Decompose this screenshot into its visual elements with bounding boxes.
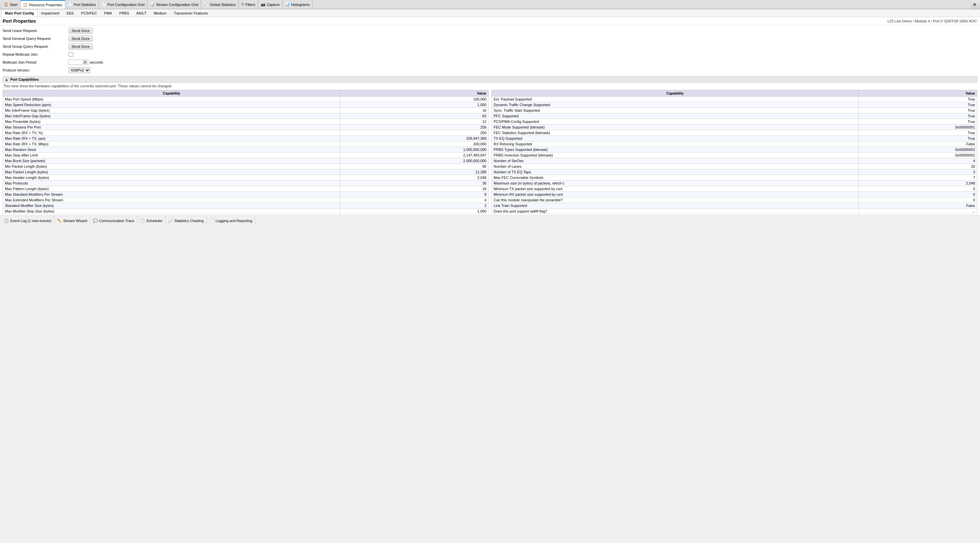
left-cap-cell: Min Packet Length (bytes) (3, 164, 340, 169)
sub-tab-transceiver-features[interactable]: Transceiver Features (170, 9, 212, 17)
tab-filters[interactable]: ▽Filters (239, 0, 258, 9)
right-cap-cell: PRBS Inversion Supported (bitmask) (492, 152, 859, 158)
table-row: Max Pattern Length (bytes)18 (3, 186, 489, 192)
close-button[interactable]: ✕ (971, 2, 979, 7)
sub-tab-medium[interactable]: Medium (150, 9, 170, 17)
multicast-join-period-input[interactable] (68, 60, 88, 65)
sub-tab-pma[interactable]: PMA (100, 9, 116, 17)
left-val-cell: 2,147,483,647 (340, 152, 489, 158)
table-row: Does this port support taillift flag?... (492, 208, 977, 214)
left-val-cell: 30 (340, 181, 489, 186)
table-row: Max Rate (RX + TX, %)200 (3, 130, 489, 136)
left-val-cell: 4 (340, 197, 489, 203)
port-path: L23 Live Demo / Module 4 / Port 0 'QSFP2… (887, 19, 977, 23)
status-label-2: Communication Trace (99, 219, 135, 223)
status-icon-3: 🕐 (140, 218, 145, 223)
send-general-query-button[interactable]: Send Once (68, 36, 93, 41)
send-general-query-label: Send General Query Request: (3, 37, 68, 41)
sub-tab-an/lt[interactable]: AN/LT (133, 9, 150, 17)
right-val-cell: 0 (859, 192, 977, 197)
status-icon-5: 📄 (209, 218, 214, 223)
left-val-cell: 12,288 (340, 169, 489, 175)
table-row: Max Packet Length (bytes)12,288 (3, 169, 489, 175)
left-val-cell: 328,947,368 (340, 136, 489, 141)
status-icon-0: 📋 (4, 218, 9, 223)
right-cap-cell: PFC Supported (492, 113, 859, 119)
sub-tab-eee[interactable]: EEE (63, 9, 78, 17)
right-cap-cell: FEC Mode Supported (bitmask) (492, 125, 859, 130)
right-cap-cell: Max FEC Correctable Symbols (492, 175, 859, 181)
scroll-area[interactable]: Send Leave Request: Send Once Send Gener… (0, 25, 980, 216)
right-cap-cell: Does this port support taillift flag? (492, 208, 859, 214)
tab-resource-properties[interactable]: 📋Resource Properties (21, 0, 65, 9)
status-label-4: Statistics Charting (175, 219, 204, 223)
repeat-multicast-label: Repeat Multicast Join: (3, 52, 68, 56)
tab-icon-8: 📊 (285, 2, 290, 6)
tab-histograms[interactable]: 📊Histograms (283, 0, 313, 9)
sub-tab-main-port-config[interactable]: Main Port Config (1, 9, 38, 17)
tab-start[interactable]: 🏠Start (1, 0, 21, 9)
tab-icon-2: 📄 (68, 2, 73, 6)
tab-port-statistics[interactable]: 📄Port Statistics (65, 0, 99, 9)
status-label-0: Event Log (1 new events) (10, 219, 51, 223)
table-row: Max Standard Modifiers Per Stream8 (3, 192, 489, 197)
repeat-multicast-checkbox[interactable] (68, 52, 73, 57)
multicast-join-period-row: Multicast Join Period: seconds (3, 58, 977, 66)
table-row: Max Header Length (bytes)2,048 (3, 175, 489, 181)
send-group-query-button[interactable]: Send Once (68, 43, 93, 49)
right-cap-cell: Number of SerDes (492, 158, 859, 164)
status-bar: 📋Event Log (1 new events)✏️Stream Wizard… (0, 216, 980, 225)
status-icon-1: ✏️ (57, 218, 62, 223)
protocol-version-select[interactable]: IGMPv1IGMPv2IGMPv3 (68, 67, 90, 73)
table-row: Max Streams Per Port256 (3, 125, 489, 130)
table-row: Sync. Traffic Start SupportedTrue (492, 108, 977, 113)
table-row: Number of TX EQ Taps3 (492, 169, 977, 175)
right-val-cell: 0x00000001 (859, 125, 977, 130)
right-cap-cell: Dynamic Traffic Change Supported (492, 102, 859, 108)
send-general-query-row: Send General Query Request: Send Once (3, 35, 977, 43)
left-val-cell: 200,000 (340, 141, 489, 147)
status-item-scheduler[interactable]: 🕐Scheduler (137, 216, 166, 225)
right-cap-cell: TX EQ Supported (492, 136, 859, 141)
left-val-cell: 256 (340, 125, 489, 130)
status-item-communication-trace[interactable]: 💬Communication Trace (90, 216, 137, 225)
status-item-event-log-(1-new-events)[interactable]: 📋Event Log (1 new events) (1, 216, 54, 225)
table-row: Minimum TX packet size supported by runt… (492, 186, 977, 192)
left-table-container: Capability Value Max Port Speed (Mbps)10… (3, 90, 489, 214)
right-val-header: Value (859, 90, 977, 97)
sub-tab-pcs/fec[interactable]: PCS/FEC (78, 9, 100, 17)
status-item-stream-wizard[interactable]: ✏️Stream Wizard (54, 216, 90, 225)
right-val-cell: True (859, 113, 977, 119)
status-item-logging-and-reporting[interactable]: 📄Logging and Reporting (207, 216, 255, 225)
tab-global-statistics[interactable]: 📈Global Statistics (201, 0, 239, 9)
repeat-multicast-row: Repeat Multicast Join: (3, 51, 977, 58)
right-cap-cell: FEC Statistics Supported (bitmask) (492, 130, 859, 136)
right-cap-cell: Sync. Traffic Start Supported (492, 108, 859, 113)
right-cap-cell: Ext. Payload Supported (492, 97, 859, 102)
left-cap-cell: Max Stop-After Limit (3, 152, 340, 158)
right-val-cell: 0 (859, 186, 977, 192)
send-leave-button[interactable]: Send Once (68, 28, 93, 33)
table-row: FEC Mode Supported (bitmask)0x00000001 (492, 125, 977, 130)
tab-capture[interactable]: 📷Capture (258, 0, 283, 9)
collapse-icon[interactable]: ▲ (5, 78, 8, 81)
port-capabilities-section-header: ▲ Port Capabilities (3, 76, 977, 83)
port-properties-title: Port Properties (3, 19, 36, 24)
right-cap-cell: Maximum size (in bytes) of packets, whic… (492, 181, 859, 186)
tab-port-configuration-grid[interactable]: 📄Port Configuration Grid (99, 0, 148, 9)
table-row: Number of Lanes20 (492, 164, 977, 169)
left-val-cell: 8 (340, 192, 489, 197)
left-cap-cell: Max Extended Modifiers Per Stream (3, 197, 340, 203)
table-row: Link Train SupportedFalse (492, 203, 977, 208)
left-val-cell: 1,000,000,000 (340, 147, 489, 152)
left-cap-cell: Max Standard Modifiers Per Stream (3, 192, 340, 197)
right-val-cell: True (859, 102, 977, 108)
sub-tab-impairment[interactable]: Impairment (38, 9, 63, 17)
status-item-statistics-charting[interactable]: 📈Statistics Charting (165, 216, 207, 225)
left-val-cell: 2,048 (340, 175, 489, 181)
sub-tab-prbs[interactable]: PRBS (116, 9, 133, 17)
tab-stream-configuration-grid[interactable]: 📊Stream Configuration Grid (147, 0, 201, 9)
left-cap-cell: Max Header Length (bytes) (3, 175, 340, 181)
right-val-cell: True (859, 119, 977, 125)
right-cap-cell: Can this module manipulate the preamble? (492, 197, 859, 203)
